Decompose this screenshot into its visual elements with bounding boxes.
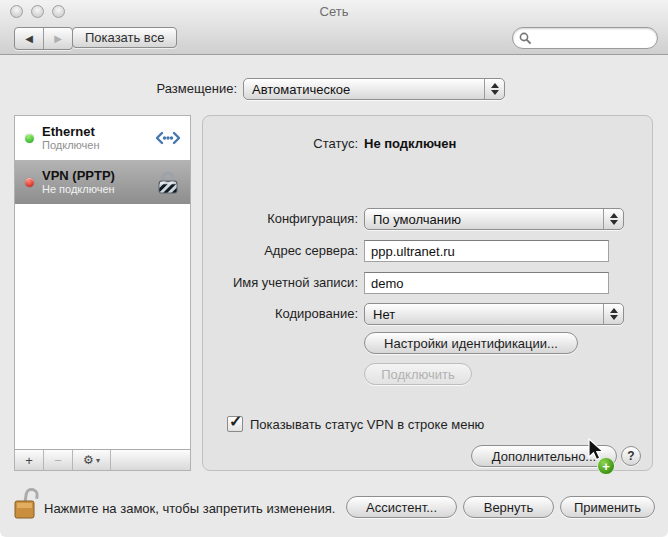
connect-button[interactable]: Подключить [364,363,472,385]
location-popup-value: Автоматическое [244,82,484,97]
search-input[interactable] [535,30,651,46]
account-name-input[interactable] [364,272,609,294]
service-name: VPN (PPTP) [42,168,154,183]
window-title: Сеть [0,4,668,19]
services-list: Ethernet Подключен VPN (PPTP) Не подключ… [14,115,191,471]
list-item-ethernet[interactable]: Ethernet Подключен [15,116,190,160]
unlocked-lock-icon[interactable] [12,486,42,522]
encryption-value: Нет [365,307,603,322]
back-icon: ◀ [25,33,33,44]
list-actions-bar: + − ⚙▾ [15,449,190,470]
gear-menu-button[interactable]: ⚙▾ [73,450,111,470]
server-address-label: Адрес сервера: [203,243,358,258]
service-status: Не подключен [42,183,154,196]
checkmark-icon: ✓ [229,412,242,431]
settings-panel: Статус: Не подключен Конфигурация: По ум… [202,115,653,471]
assistant-button[interactable]: Ассистент... [346,496,457,518]
forward-icon: ▶ [54,33,62,44]
location-label: Размещение: [60,81,237,96]
network-preferences-window: Сеть ◀ ▶ Показать все Размещение: Автома… [0,0,668,537]
encryption-label: Кодирование: [203,306,358,321]
nav-buttons: ◀ ▶ [14,27,73,50]
stepper-icon [484,79,504,99]
status-led-green [25,134,34,143]
search-field[interactable] [512,27,658,49]
mouse-cursor-icon [586,438,608,462]
show-vpn-status-checkbox[interactable]: ✓ [227,416,243,432]
account-name-label: Имя учетной записи: [203,275,358,290]
stepper-icon [603,304,623,324]
chevron-down-icon: ▾ [96,456,100,465]
configuration-popup[interactable]: По умолчанию [364,208,624,230]
gear-icon: ⚙ [83,453,94,467]
encryption-popup[interactable]: Нет [364,303,624,325]
lock-hint-text: Нажмите на замок, чтобы запретить измене… [44,501,335,516]
list-item-vpn[interactable]: VPN (PPTP) Не подключен [15,160,190,204]
vpn-lock-icon [154,168,182,196]
show-all-button[interactable]: Показать все [72,27,177,48]
configuration-label: Конфигурация: [203,211,358,226]
service-status: Подключен [42,139,154,152]
search-icon [519,32,531,44]
server-address-input[interactable] [364,240,609,262]
stepper-icon [603,209,623,229]
window-chrome: Сеть ◀ ▶ Показать все [0,0,668,55]
help-button[interactable]: ? [621,446,641,466]
location-popup[interactable]: Автоматическое [243,78,505,100]
remove-service-button[interactable]: − [44,450,73,470]
auth-settings-button[interactable]: Настройки идентификации... [364,332,578,354]
service-name: Ethernet [42,124,154,139]
toolbar: ◀ ▶ Показать все [0,22,668,54]
revert-button[interactable]: Вернуть [463,496,554,518]
configuration-value: По умолчанию [365,212,603,227]
apply-button[interactable]: Применить [560,496,655,518]
show-vpn-status-checkbox-row: ✓ Показывать статус VPN в строке меню [227,416,484,432]
back-button[interactable]: ◀ [15,28,44,49]
checkbox-label: Показывать статус VPN в строке меню [250,417,484,432]
add-service-button[interactable]: + [15,450,44,470]
ethernet-icon [154,124,182,152]
forward-button[interactable]: ▶ [44,28,72,49]
titlebar[interactable]: Сеть [0,0,668,22]
status-led-red [25,178,34,187]
status-value: Не подключен [364,136,456,151]
status-label: Статус: [203,136,358,151]
